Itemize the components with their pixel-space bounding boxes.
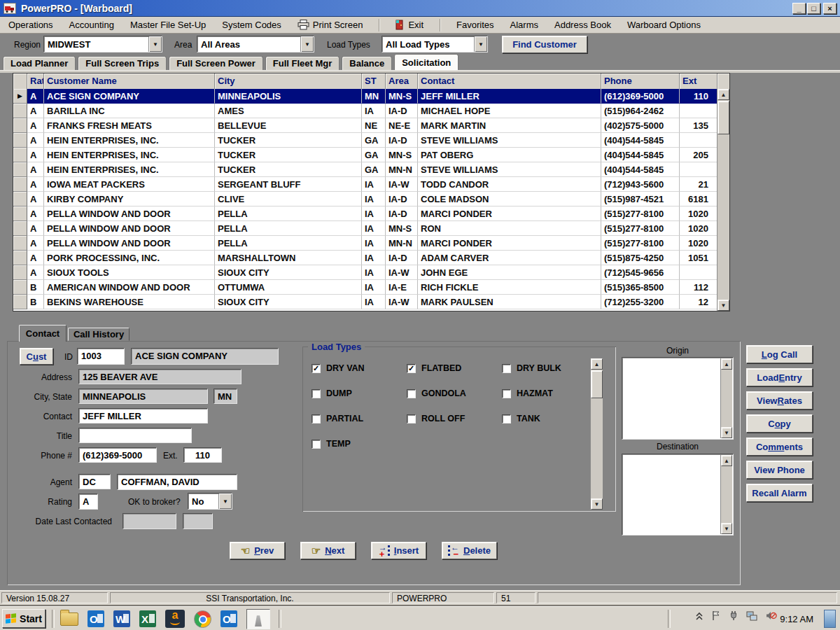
row-selector-cell[interactable] [13, 221, 27, 236]
row-selector-cell[interactable] [13, 162, 27, 177]
insert-button[interactable]: Insert [371, 542, 426, 559]
menu-operations[interactable]: Operations [8, 20, 53, 30]
table-row[interactable]: AKIRBY COMPANYCLIVEIAIA-DCOLE MADSON(515… [13, 192, 718, 206]
agent-code-field[interactable]: DC [78, 474, 111, 489]
excel-icon[interactable]: X [139, 610, 156, 627]
scroll-up-icon[interactable]: ▲ [721, 455, 732, 466]
start-button[interactable]: Start [2, 609, 46, 628]
id-field[interactable]: 1003 [77, 348, 125, 365]
checkbox-unchecked-icon[interactable] [502, 389, 511, 398]
row-selector-cell[interactable] [13, 206, 27, 221]
table-row[interactable]: BAMERICAN WINDOW AND DOOROTTUMWAIAIA-ERI… [13, 280, 718, 295]
powerpro-icon[interactable] [253, 611, 263, 626]
contact-field[interactable]: JEFF MILLER [78, 408, 208, 424]
table-row[interactable]: ▶AACE SIGN COMPANYMINNEAPOLISMNMN-SJEFF … [13, 89, 718, 104]
row-selector-cell[interactable] [13, 265, 27, 280]
load-type-gondola[interactable]: GONDOLA [407, 388, 502, 398]
collapse-chevron-icon[interactable] [695, 611, 704, 621]
checkbox-checked-icon[interactable]: ✓ [312, 364, 321, 373]
scroll-down-icon[interactable]: ▼ [718, 300, 729, 311]
table-row[interactable]: AFRANKS FRESH MEATSBELLEVUENENE-EMARK MA… [13, 118, 718, 133]
date-last-contacted-time-field[interactable] [183, 513, 213, 529]
table-row[interactable]: AHEIN ENTERPRISES, INC.TUCKERGAIA-DSTEVE… [13, 133, 718, 148]
menu-print-screen[interactable]: Print Screen [298, 20, 363, 30]
column-header-ext[interactable]: Ext [680, 74, 718, 89]
checkbox-unchecked-icon[interactable] [312, 414, 321, 424]
table-row[interactable]: APELLA WINDOW AND DOORPELLAIAMN-NMARCI P… [13, 236, 718, 251]
checkbox-checked-icon[interactable]: ✓ [407, 364, 416, 373]
load-type-flatbed[interactable]: ✓FLATBED [407, 363, 502, 373]
date-last-contacted-field[interactable] [122, 513, 176, 529]
ok-to-broker-dropdown[interactable]: No ▼ [188, 493, 232, 510]
area-dropdown[interactable]: All Areas ▼ [197, 36, 314, 52]
scroll-up-icon[interactable]: ▲ [591, 358, 603, 370]
show-desktop-button[interactable] [824, 610, 836, 628]
region-dropdown[interactable]: MIDWEST ▼ [43, 36, 162, 52]
rating-field[interactable]: A [78, 493, 98, 510]
column-header-area[interactable]: Area [386, 74, 418, 89]
view-phone-button[interactable]: View Phone [746, 461, 813, 479]
origin-scrollbar[interactable]: ▲ ▼ [720, 358, 732, 438]
outlook2-icon[interactable]: O [220, 610, 237, 627]
volume-muted-icon[interactable] [765, 610, 777, 621]
outlook-icon[interactable]: O [88, 610, 104, 627]
power-plug-icon[interactable] [729, 610, 738, 621]
scrollbar-thumb[interactable] [591, 370, 603, 398]
column-header-city[interactable]: City [215, 74, 362, 89]
chevron-down-icon[interactable]: ▼ [474, 36, 487, 52]
row-selector-cell[interactable] [13, 192, 27, 206]
load-type-dry-bulk[interactable]: DRY BULK [502, 363, 586, 373]
tab-contact[interactable]: Contact [19, 325, 66, 342]
load-type-hazmat[interactable]: HAZMAT [502, 388, 586, 398]
checkbox-unchecked-icon[interactable] [407, 414, 416, 424]
tab-full-fleet-mgr[interactable]: Full Fleet Mgr [265, 56, 340, 70]
comments-button[interactable]: Comments [746, 438, 813, 456]
tab-call-history[interactable]: Call History [68, 328, 130, 341]
row-selector-cell[interactable] [13, 295, 27, 309]
close-button[interactable]: × [823, 3, 836, 14]
chevron-down-icon[interactable]: ▼ [218, 493, 232, 509]
checkbox-unchecked-icon[interactable] [312, 389, 321, 398]
row-selector-cell[interactable] [13, 133, 27, 148]
column-header-phone[interactable]: Phone [601, 74, 680, 89]
origin-listbox[interactable]: ▲ ▼ [622, 357, 734, 440]
load-type-temp[interactable]: TEMP [312, 439, 407, 449]
column-header-customer-name[interactable]: Customer Name [44, 74, 215, 89]
amazon-icon[interactable]: a [165, 610, 185, 628]
find-customer-button[interactable]: Find Customer [502, 36, 587, 53]
active-app-slot[interactable] [246, 609, 270, 629]
minimize-button[interactable]: _ [792, 3, 806, 14]
flag-icon[interactable] [711, 610, 721, 621]
agent-name-field[interactable]: COFFMAN, DAVID [117, 474, 237, 490]
menu-accounting[interactable]: Accounting [69, 20, 114, 30]
recall-alarm-button[interactable]: Recall Alarm [746, 484, 813, 502]
table-row[interactable]: BBEKINS WAREHOUSESIOUX CITYIAIA-WMARK PA… [13, 295, 718, 309]
menu-favorites[interactable]: Favorites [456, 20, 493, 30]
tab-full-screen-power[interactable]: Full Screen Power [169, 56, 263, 70]
scroll-up-icon[interactable]: ▲ [721, 358, 732, 370]
load-type-partial[interactable]: PARTIAL [312, 414, 407, 424]
column-header-st[interactable]: ST [362, 74, 386, 89]
copy-button[interactable]: Copy [746, 414, 813, 433]
scrollbar-thumb[interactable] [718, 101, 729, 134]
table-row[interactable]: APORK PROCESSING, INC.MARSHALLTOWNIAIA-D… [13, 251, 718, 265]
chevron-down-icon[interactable]: ▼ [148, 36, 162, 52]
prev-button[interactable]: ☜Prev [230, 542, 285, 559]
log-call-button[interactable]: Log Call [746, 345, 813, 363]
destination-scrollbar[interactable]: ▲ ▼ [720, 455, 732, 534]
menu-warboard-options[interactable]: Warboard Options [627, 20, 701, 30]
load-entry-button[interactable]: Load Entry [746, 368, 813, 386]
row-selector-cell[interactable] [13, 251, 27, 265]
scroll-up-icon[interactable]: ▲ [718, 89, 729, 100]
checkbox-unchecked-icon[interactable] [502, 364, 511, 373]
chrome-icon[interactable] [194, 610, 211, 628]
delete-button[interactable]: Delete [442, 542, 497, 559]
table-scrollbar[interactable]: ▲ ▼ [717, 89, 729, 311]
table-row[interactable]: APELLA WINDOW AND DOORPELLAIAIA-DMARCI P… [13, 206, 718, 221]
row-selector-cell[interactable] [13, 236, 27, 251]
table-row[interactable]: APELLA WINDOW AND DOORPELLAIAMN-SRON(515… [13, 221, 718, 236]
table-row[interactable]: AHEIN ENTERPRISES, INC.TUCKERGAMN-SPAT O… [13, 148, 718, 162]
row-selector-cell[interactable] [13, 104, 27, 118]
table-row[interactable]: ABARILLA INCAMESIAIA-DMICHAEL HOPE(515)9… [13, 104, 718, 118]
table-row[interactable]: ASIOUX TOOLSSIOUX CITYIAIA-WJOHN EGE(712… [13, 265, 718, 280]
